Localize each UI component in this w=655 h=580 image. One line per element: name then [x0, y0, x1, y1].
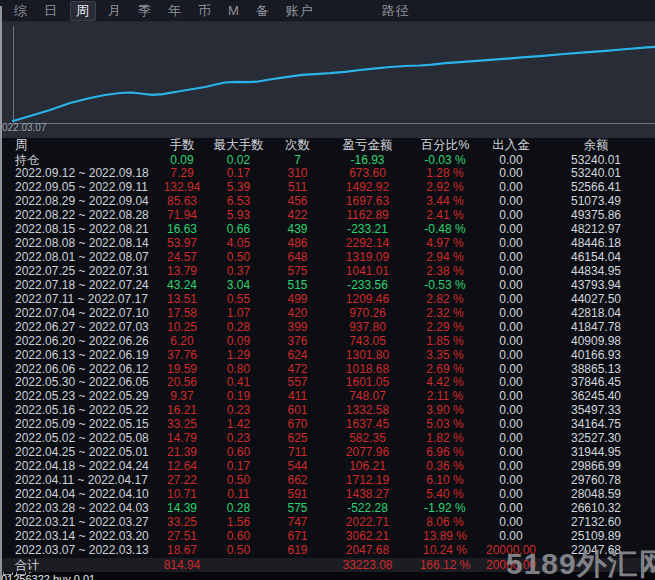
- header-max-lots[interactable]: 最大手数: [212, 138, 265, 153]
- window-left-edge: [0, 6, 2, 580]
- menu-item[interactable]: 备: [252, 2, 274, 20]
- table-row[interactable]: 2022.09.05 ~ 2022.09.11 132.94 5.39 511 …: [0, 181, 655, 195]
- week-range-cell: 持仓: [0, 153, 152, 167]
- cash-cell: 0.00: [485, 432, 537, 446]
- table-row[interactable]: 2022.06.20 ~ 2022.06.26 6.20 0.09 376 74…: [0, 335, 655, 349]
- table-row[interactable]: 2022.04.11 ~ 2022.04.17 27.22 0.50 662 1…: [0, 474, 655, 488]
- table-row[interactable]: 2022.04.04 ~ 2022.04.10 10.71 0.11 591 1…: [0, 488, 655, 502]
- table-row[interactable]: 2022.08.29 ~ 2022.09.04 85.63 6.53 456 1…: [0, 195, 655, 209]
- header-pl[interactable]: 盈亏金额: [330, 138, 405, 153]
- table-row[interactable]: 2022.08.08 ~ 2022.08.14 53.97 4.05 486 2…: [0, 237, 655, 251]
- table-row[interactable]: 2022.03.28 ~ 2022.04.03 14.39 0.28 575 -…: [0, 502, 655, 516]
- count-cell: 624: [265, 349, 330, 363]
- menu-item[interactable]: 综: [10, 2, 32, 20]
- pct-cell: 1.82 %: [405, 432, 485, 446]
- max-lots-cell: 0.50: [212, 474, 265, 488]
- table-row[interactable]: 2022.03.21 ~ 2022.03.27 33.25 1.56 747 2…: [0, 516, 655, 530]
- table-row[interactable]: 2022.09.12 ~ 2022.09.18 7.29 0.17 310 67…: [0, 167, 655, 181]
- pct-cell: 2.38 %: [405, 265, 485, 279]
- lots-cell: 24.57: [152, 251, 212, 265]
- menu-item[interactable]: 路径: [378, 2, 414, 20]
- pl-cell: 106.21: [330, 460, 405, 474]
- table-row[interactable]: 2022.06.27 ~ 2022.07.03 10.25 0.28 399 9…: [0, 321, 655, 335]
- header-count[interactable]: 次数: [265, 138, 330, 153]
- equity-chart[interactable]: 022.03.07: [0, 22, 655, 138]
- table-row[interactable]: 2022.05.09 ~ 2022.05.15 33.25 1.42 670 1…: [0, 418, 655, 432]
- table-row[interactable]: 2022.05.23 ~ 2022.05.29 9.37 0.19 411 74…: [0, 390, 655, 404]
- pl-cell: 743.05: [330, 335, 405, 349]
- table-row[interactable]: 2022.08.15 ~ 2022.08.21 16.63 0.66 439 -…: [0, 223, 655, 237]
- menu-item[interactable]: 季: [134, 2, 156, 20]
- header-lots[interactable]: 手数: [152, 138, 212, 153]
- week-range-cell: 2022.06.20 ~ 2022.06.26: [0, 335, 152, 349]
- table-body: 持仓 0.09 0.02 7 -16.93 -0.03 % 0.00 53240…: [0, 153, 655, 573]
- lots-cell: 71.94: [152, 209, 212, 223]
- menu-item[interactable]: 日: [40, 2, 62, 20]
- pl-cell: 1332.58: [330, 404, 405, 418]
- pl-cell: -16.93: [330, 153, 405, 167]
- max-lots-cell: 1.29: [212, 349, 265, 363]
- menu-item[interactable]: M: [224, 2, 244, 20]
- pct-cell: 2.94 %: [405, 251, 485, 265]
- week-range-cell: 2022.08.29 ~ 2022.09.04: [0, 195, 152, 209]
- count-cell: 575: [265, 502, 330, 516]
- menu-item[interactable]: 账户: [282, 2, 318, 20]
- week-range-cell: 2022.08.22 ~ 2022.08.28: [0, 209, 152, 223]
- pl-cell: 1162.89: [330, 209, 405, 223]
- menu-item[interactable]: 月: [104, 2, 126, 20]
- count-cell: 472: [265, 363, 330, 377]
- table-row[interactable]: 2022.07.04 ~ 2022.07.10 17.58 1.07 420 9…: [0, 307, 655, 321]
- max-lots-cell: 0.17: [212, 167, 265, 181]
- cash-cell: 0.00: [485, 251, 537, 265]
- header-balance[interactable]: 余额: [537, 138, 655, 153]
- week-range-cell: 合计: [0, 558, 152, 573]
- table-row[interactable]: 2022.05.16 ~ 2022.05.22 16.21 0.23 601 1…: [0, 404, 655, 418]
- table-row[interactable]: 2022.07.25 ~ 2022.07.31 13.79 0.37 575 1…: [0, 265, 655, 279]
- max-lots-cell: 0.60: [212, 530, 265, 544]
- menu-item[interactable]: 周: [70, 1, 96, 21]
- table-row[interactable]: 2022.07.18 ~ 2022.07.24 43.24 3.04 515 -…: [0, 279, 655, 293]
- lots-cell: 132.94: [152, 181, 212, 195]
- header-cash[interactable]: 出入金: [485, 138, 537, 153]
- table-row[interactable]: 持仓 0.09 0.02 7 -16.93 -0.03 % 0.00 53240…: [0, 153, 655, 167]
- table-row[interactable]: 2022.08.01 ~ 2022.08.07 24.57 0.50 648 1…: [0, 251, 655, 265]
- table-row[interactable]: 2022.06.06 ~ 2022.06.12 19.59 0.80 472 1…: [0, 363, 655, 377]
- pct-cell: -0.48 %: [405, 223, 485, 237]
- max-lots-cell: 0.19: [212, 390, 265, 404]
- balance-cell: 37846.45: [537, 376, 655, 390]
- lots-cell: 19.59: [152, 363, 212, 377]
- count-cell: 711: [265, 446, 330, 460]
- max-lots-cell: 0.50: [212, 544, 265, 558]
- balance-cell: 52566.41: [537, 181, 655, 195]
- balance-cell: 44834.95: [537, 265, 655, 279]
- pl-cell: 1697.63: [330, 195, 405, 209]
- balance-cell: 29760.78: [537, 474, 655, 488]
- cash-cell: 0.00: [485, 335, 537, 349]
- header-week[interactable]: 周: [0, 138, 152, 153]
- cash-cell: 0.00: [485, 502, 537, 516]
- lots-cell: 18.67: [152, 544, 212, 558]
- table-row[interactable]: 2022.08.22 ~ 2022.08.28 71.94 5.93 422 1…: [0, 209, 655, 223]
- table-row[interactable]: 2022.04.25 ~ 2022.05.01 21.39 0.60 711 2…: [0, 446, 655, 460]
- pl-cell: 1209.46: [330, 293, 405, 307]
- table-row[interactable]: 2022.03.14 ~ 2022.03.20 27.51 0.60 671 3…: [0, 530, 655, 544]
- menu-item[interactable]: 年: [164, 2, 186, 20]
- cash-cell: 0.00: [485, 404, 537, 418]
- week-range-cell: 2022.03.28 ~ 2022.04.03: [0, 502, 152, 516]
- menu-item[interactable]: 币: [194, 2, 216, 20]
- table-row[interactable]: 2022.05.30 ~ 2022.06.05 20.56 0.41 557 1…: [0, 376, 655, 390]
- pl-cell: 3062.21: [330, 530, 405, 544]
- table-row[interactable]: 2022.07.11 ~ 2022.07.17 13.51 0.55 499 1…: [0, 293, 655, 307]
- week-range-cell: 2022.07.11 ~ 2022.07.17: [0, 293, 152, 307]
- count-cell: 310: [265, 167, 330, 181]
- cash-cell: 0.00: [485, 321, 537, 335]
- table-row[interactable]: 2022.05.02 ~ 2022.05.08 14.79 0.23 625 5…: [0, 432, 655, 446]
- header-pct[interactable]: 百分比%: [405, 138, 485, 153]
- pct-cell: 2.41 %: [405, 209, 485, 223]
- count-cell: 376: [265, 335, 330, 349]
- table-row[interactable]: 2022.06.13 ~ 2022.06.19 37.76 1.29 624 1…: [0, 349, 655, 363]
- count-cell: 515: [265, 279, 330, 293]
- balance-cell: 40166.93: [537, 349, 655, 363]
- table-row[interactable]: 2022.04.18 ~ 2022.04.24 12.64 0.17 544 1…: [0, 460, 655, 474]
- pl-cell: 1712.19: [330, 474, 405, 488]
